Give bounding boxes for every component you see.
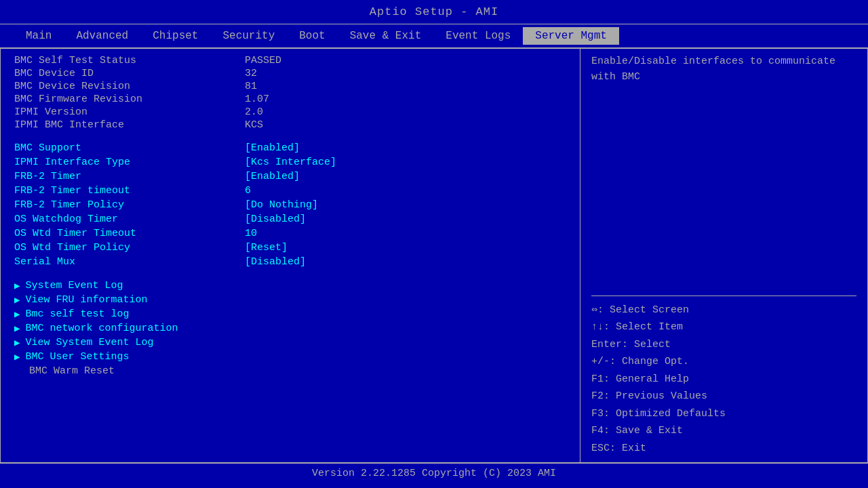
info-row: IPMI Version2.0 (14, 106, 566, 119)
submenu-arrow-icon: ▶ (14, 308, 20, 320)
static-item: BMC Warm Reset (29, 364, 566, 378)
info-value: PASSED (245, 55, 281, 66)
nav-item-server-mgmt[interactable]: Server Mgmt (523, 27, 619, 45)
info-section: BMC Self Test StatusPASSEDBMC Device ID3… (14, 54, 566, 131)
nav-item-save-and-exit[interactable]: Save & Exit (338, 27, 434, 45)
info-label: BMC Device ID (14, 68, 245, 79)
key-help-item: +/-: Change Opt. (591, 353, 856, 371)
submenu-item[interactable]: ▶View FRU information (14, 293, 566, 307)
key-help-item: F1: General Help (591, 371, 856, 388)
setting-value: [Enabled] (245, 171, 300, 182)
submenu-label: Bmc self test log (25, 308, 129, 320)
key-help-item: F3: Optimized Defaults (591, 405, 856, 423)
setting-row[interactable]: IPMI Interface Type[Kcs Interface] (14, 155, 566, 169)
help-text: Enable/Disable interfaces to communicate… (591, 54, 856, 290)
setting-label: BMC Support (14, 142, 245, 154)
setting-label: FRB-2 Timer (14, 171, 245, 182)
key-help-item: ESC: Exit (591, 440, 856, 458)
nav-item-event-logs[interactable]: Event Logs (433, 27, 523, 45)
key-help-item: ⇔: Select Screen (591, 302, 856, 319)
submenu-arrow-icon: ▶ (14, 337, 20, 348)
nav-item-main[interactable]: Main (14, 27, 64, 45)
setting-label: OS Wtd Timer Policy (14, 242, 245, 253)
submenu-label: System Event Log (25, 280, 123, 291)
nav-bar: MainAdvancedChipsetSecurityBootSave & Ex… (0, 24, 868, 48)
main-content: BMC Self Test StatusPASSEDBMC Device ID3… (0, 48, 868, 463)
nav-item-boot[interactable]: Boot (287, 27, 337, 45)
info-label: BMC Device Revision (14, 81, 245, 92)
info-row: BMC Firmware Revision1.07 (14, 93, 566, 106)
setting-row[interactable]: OS Wtd Timer Timeout10 (14, 226, 566, 241)
setting-value: [Do Nothing] (245, 199, 318, 211)
info-value: 1.07 (245, 94, 269, 105)
submenu-arrow-icon: ▶ (14, 280, 20, 291)
key-help-item: F4: Save & Exit (591, 422, 856, 440)
submenu-label: BMC network configuration (25, 323, 178, 334)
setting-row[interactable]: OS Wtd Timer Policy[Reset] (14, 241, 566, 255)
submenu-arrow-icon: ▶ (14, 351, 20, 363)
submenu-section: ▶System Event Log▶View FRU information▶B… (14, 279, 566, 378)
right-panel: Enable/Disable interfaces to communicate… (580, 49, 867, 462)
setting-row[interactable]: FRB-2 Timer timeout6 (14, 184, 566, 198)
setting-label: Serial Mux (14, 256, 245, 268)
setting-row[interactable]: FRB-2 Timer Policy[Do Nothing] (14, 198, 566, 212)
info-value: KCS (245, 119, 263, 131)
submenu-item[interactable]: ▶BMC User Settings (14, 350, 566, 364)
setting-value: [Disabled] (245, 214, 306, 225)
submenu-item[interactable]: ▶View System Event Log (14, 336, 566, 350)
nav-item-advanced[interactable]: Advanced (64, 27, 140, 45)
footer-text: Version 2.22.1285 Copyright (C) 2023 AMI (312, 468, 556, 479)
app-title: Aptio Setup - AMI (370, 5, 498, 18)
setting-value: 6 (245, 185, 251, 197)
info-label: IPMI Version (14, 106, 245, 118)
setting-value: [Kcs Interface] (245, 157, 336, 168)
info-value: 2.0 (245, 106, 263, 118)
left-panel: BMC Self Test StatusPASSEDBMC Device ID3… (1, 49, 580, 462)
settings-section: BMC Support[Enabled]IPMI Interface Type[… (14, 141, 566, 269)
info-label: IPMI BMC Interface (14, 119, 245, 131)
submenu-label: View FRU information (25, 294, 147, 306)
info-value: 81 (245, 81, 257, 92)
submenu-item[interactable]: ▶BMC network configuration (14, 321, 566, 336)
setting-row[interactable]: BMC Support[Enabled] (14, 141, 566, 155)
submenu-item[interactable]: ▶System Event Log (14, 279, 566, 293)
setting-row[interactable]: OS Watchdog Timer[Disabled] (14, 212, 566, 226)
info-row: BMC Device ID32 (14, 67, 566, 80)
info-row: BMC Self Test StatusPASSED (14, 54, 566, 67)
setting-label: FRB-2 Timer Policy (14, 199, 245, 211)
title-bar: Aptio Setup - AMI (0, 0, 868, 24)
submenu-label: View System Event Log (25, 337, 153, 348)
submenu-arrow-icon: ▶ (14, 294, 20, 306)
submenu-arrow-icon: ▶ (14, 323, 20, 334)
key-help-item: Enter: Select (591, 336, 856, 354)
setting-label: OS Watchdog Timer (14, 214, 245, 225)
submenu-label: BMC User Settings (25, 351, 129, 363)
footer: Version 2.22.1285 Copyright (C) 2023 AMI (0, 463, 868, 485)
nav-item-security[interactable]: Security (210, 27, 287, 45)
setting-row[interactable]: FRB-2 Timer[Enabled] (14, 169, 566, 184)
setting-label: IPMI Interface Type (14, 157, 245, 168)
nav-item-chipset[interactable]: Chipset (140, 27, 210, 45)
setting-label: OS Wtd Timer Timeout (14, 228, 245, 239)
info-row: IPMI BMC InterfaceKCS (14, 119, 566, 131)
setting-value: [Enabled] (245, 142, 300, 154)
key-help-item: ↑↓: Select Item (591, 319, 856, 336)
setting-value: [Reset] (245, 242, 288, 253)
submenu-item[interactable]: ▶Bmc self test log (14, 307, 566, 321)
key-help-item: F2: Previous Values (591, 388, 856, 405)
setting-label: FRB-2 Timer timeout (14, 185, 245, 197)
setting-value: [Disabled] (245, 256, 306, 268)
setting-row[interactable]: Serial Mux[Disabled] (14, 255, 566, 269)
divider-line (591, 296, 856, 296)
setting-value: 10 (245, 228, 257, 239)
info-value: 32 (245, 68, 257, 79)
info-label: BMC Self Test Status (14, 55, 245, 66)
key-help: ⇔: Select Screen↑↓: Select ItemEnter: Se… (591, 302, 856, 458)
info-row: BMC Device Revision81 (14, 80, 566, 93)
info-label: BMC Firmware Revision (14, 94, 245, 105)
